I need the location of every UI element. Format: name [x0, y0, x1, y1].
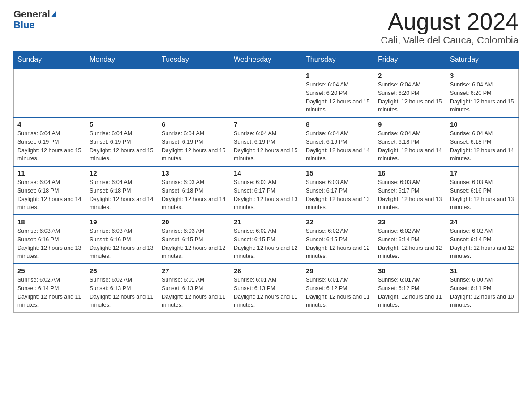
day-info: Sunrise: 6:04 AMSunset: 6:20 PMDaylight:…: [450, 81, 515, 114]
day-of-week-header: Saturday: [446, 51, 519, 69]
calendar-day-cell: 7Sunrise: 6:04 AMSunset: 6:19 PMDaylight…: [230, 117, 302, 166]
calendar-day-cell: [158, 68, 230, 117]
day-number: 23: [378, 218, 442, 226]
calendar-day-cell: 16Sunrise: 6:03 AMSunset: 6:17 PMDayligh…: [374, 166, 446, 215]
calendar-week-row: 11Sunrise: 6:04 AMSunset: 6:18 PMDayligh…: [14, 166, 519, 215]
calendar-day-cell: 11Sunrise: 6:04 AMSunset: 6:18 PMDayligh…: [14, 166, 86, 215]
calendar-day-cell: 22Sunrise: 6:02 AMSunset: 6:15 PMDayligh…: [302, 215, 374, 264]
calendar-day-cell: 25Sunrise: 6:02 AMSunset: 6:14 PMDayligh…: [14, 264, 86, 313]
day-of-week-header: Friday: [374, 51, 446, 69]
day-number: 1: [306, 72, 370, 79]
day-info: Sunrise: 6:03 AMSunset: 6:18 PMDaylight:…: [162, 178, 226, 212]
day-number: 16: [378, 169, 442, 177]
day-number: 15: [306, 169, 370, 177]
day-number: 13: [162, 169, 226, 177]
day-number: 29: [306, 267, 370, 274]
day-number: 10: [450, 120, 515, 128]
calendar-day-cell: 12Sunrise: 6:04 AMSunset: 6:18 PMDayligh…: [86, 166, 158, 215]
location-title: Cali, Valle del Cauca, Colombia: [381, 34, 519, 46]
day-info: Sunrise: 6:03 AMSunset: 6:16 PMDaylight:…: [450, 178, 515, 212]
title-section: August 2024 Cali, Valle del Cauca, Colom…: [381, 9, 519, 46]
logo-blue-text: Blue: [13, 19, 35, 30]
page-header: General Blue August 2024 Cali, Valle del…: [13, 9, 519, 46]
day-number: 24: [450, 218, 515, 226]
day-number: 28: [234, 267, 298, 274]
day-number: 20: [162, 218, 226, 226]
calendar-week-row: 25Sunrise: 6:02 AMSunset: 6:14 PMDayligh…: [14, 264, 519, 313]
day-number: 2: [378, 72, 442, 79]
calendar-day-cell: 19Sunrise: 6:03 AMSunset: 6:16 PMDayligh…: [86, 215, 158, 264]
day-number: 17: [450, 169, 515, 177]
calendar-day-cell: 4Sunrise: 6:04 AMSunset: 6:19 PMDaylight…: [14, 117, 86, 166]
calendar-week-row: 4Sunrise: 6:04 AMSunset: 6:19 PMDaylight…: [14, 117, 519, 166]
day-of-week-header: Sunday: [14, 51, 86, 69]
day-number: 8: [306, 120, 370, 128]
logo-general-text: General: [13, 9, 50, 20]
calendar-day-cell: 8Sunrise: 6:04 AMSunset: 6:19 PMDaylight…: [302, 117, 374, 166]
calendar-day-cell: 27Sunrise: 6:01 AMSunset: 6:13 PMDayligh…: [158, 264, 230, 313]
calendar-day-cell: 1Sunrise: 6:04 AMSunset: 6:20 PMDaylight…: [302, 68, 374, 117]
day-number: 30: [378, 267, 442, 274]
day-info: Sunrise: 6:03 AMSunset: 6:17 PMDaylight:…: [234, 178, 298, 212]
day-info: Sunrise: 6:04 AMSunset: 6:18 PMDaylight:…: [17, 178, 82, 212]
day-info: Sunrise: 6:03 AMSunset: 6:17 PMDaylight:…: [378, 178, 442, 212]
calendar-day-cell: 24Sunrise: 6:02 AMSunset: 6:14 PMDayligh…: [446, 215, 519, 264]
day-of-week-header: Wednesday: [230, 51, 302, 69]
calendar-day-cell: 28Sunrise: 6:01 AMSunset: 6:13 PMDayligh…: [230, 264, 302, 313]
day-info: Sunrise: 6:02 AMSunset: 6:14 PMDaylight:…: [17, 276, 82, 309]
day-info: Sunrise: 6:04 AMSunset: 6:18 PMDaylight:…: [450, 129, 515, 163]
calendar-header-row: SundayMondayTuesdayWednesdayThursdayFrid…: [14, 51, 519, 69]
calendar-day-cell: 13Sunrise: 6:03 AMSunset: 6:18 PMDayligh…: [158, 166, 230, 215]
calendar-day-cell: 14Sunrise: 6:03 AMSunset: 6:17 PMDayligh…: [230, 166, 302, 215]
day-number: 19: [90, 218, 154, 226]
calendar-day-cell: 2Sunrise: 6:04 AMSunset: 6:20 PMDaylight…: [374, 68, 446, 117]
day-info: Sunrise: 6:04 AMSunset: 6:19 PMDaylight:…: [234, 129, 298, 163]
calendar-day-cell: 31Sunrise: 6:00 AMSunset: 6:11 PMDayligh…: [446, 264, 519, 313]
day-info: Sunrise: 6:04 AMSunset: 6:18 PMDaylight:…: [378, 129, 442, 163]
day-number: 6: [162, 120, 226, 128]
day-number: 14: [234, 169, 298, 177]
day-number: 26: [90, 267, 154, 274]
day-info: Sunrise: 6:02 AMSunset: 6:15 PMDaylight:…: [306, 227, 370, 261]
calendar-day-cell: 5Sunrise: 6:04 AMSunset: 6:19 PMDaylight…: [86, 117, 158, 166]
day-number: 7: [234, 120, 298, 128]
calendar-day-cell: 29Sunrise: 6:01 AMSunset: 6:12 PMDayligh…: [302, 264, 374, 313]
logo-triangle-icon: [51, 11, 56, 17]
day-info: Sunrise: 6:04 AMSunset: 6:19 PMDaylight:…: [90, 129, 154, 163]
day-info: Sunrise: 6:01 AMSunset: 6:13 PMDaylight:…: [162, 276, 226, 309]
day-info: Sunrise: 6:03 AMSunset: 6:15 PMDaylight:…: [162, 227, 226, 261]
day-number: 22: [306, 218, 370, 226]
calendar-day-cell: 18Sunrise: 6:03 AMSunset: 6:16 PMDayligh…: [14, 215, 86, 264]
calendar-day-cell: 15Sunrise: 6:03 AMSunset: 6:17 PMDayligh…: [302, 166, 374, 215]
day-info: Sunrise: 6:03 AMSunset: 6:17 PMDaylight:…: [306, 178, 370, 212]
calendar-day-cell: 20Sunrise: 6:03 AMSunset: 6:15 PMDayligh…: [158, 215, 230, 264]
month-title: August 2024: [381, 9, 519, 34]
day-number: 12: [90, 169, 154, 177]
day-info: Sunrise: 6:00 AMSunset: 6:11 PMDaylight:…: [450, 276, 515, 309]
day-info: Sunrise: 6:04 AMSunset: 6:19 PMDaylight:…: [162, 129, 226, 163]
day-info: Sunrise: 6:04 AMSunset: 6:20 PMDaylight:…: [378, 81, 442, 114]
day-number: 27: [162, 267, 226, 274]
day-info: Sunrise: 6:04 AMSunset: 6:20 PMDaylight:…: [306, 81, 370, 114]
day-number: 3: [450, 72, 515, 79]
day-number: 11: [17, 169, 82, 177]
day-info: Sunrise: 6:02 AMSunset: 6:14 PMDaylight:…: [450, 227, 515, 261]
calendar-day-cell: 6Sunrise: 6:04 AMSunset: 6:19 PMDaylight…: [158, 117, 230, 166]
day-number: 5: [90, 120, 154, 128]
calendar-day-cell: [14, 68, 86, 117]
calendar-day-cell: 10Sunrise: 6:04 AMSunset: 6:18 PMDayligh…: [446, 117, 519, 166]
day-info: Sunrise: 6:04 AMSunset: 6:18 PMDaylight:…: [90, 178, 154, 212]
calendar-day-cell: 9Sunrise: 6:04 AMSunset: 6:18 PMDaylight…: [374, 117, 446, 166]
day-of-week-header: Tuesday: [158, 51, 230, 69]
day-of-week-header: Monday: [86, 51, 158, 69]
logo: General Blue: [13, 9, 56, 30]
day-info: Sunrise: 6:04 AMSunset: 6:19 PMDaylight:…: [17, 129, 82, 163]
calendar-day-cell: [86, 68, 158, 117]
day-number: 25: [17, 267, 82, 274]
calendar-day-cell: 3Sunrise: 6:04 AMSunset: 6:20 PMDaylight…: [446, 68, 519, 117]
day-info: Sunrise: 6:03 AMSunset: 6:16 PMDaylight:…: [17, 227, 82, 261]
day-number: 9: [378, 120, 442, 128]
calendar-day-cell: [230, 68, 302, 117]
calendar-day-cell: 17Sunrise: 6:03 AMSunset: 6:16 PMDayligh…: [446, 166, 519, 215]
day-info: Sunrise: 6:01 AMSunset: 6:12 PMDaylight:…: [378, 276, 442, 309]
